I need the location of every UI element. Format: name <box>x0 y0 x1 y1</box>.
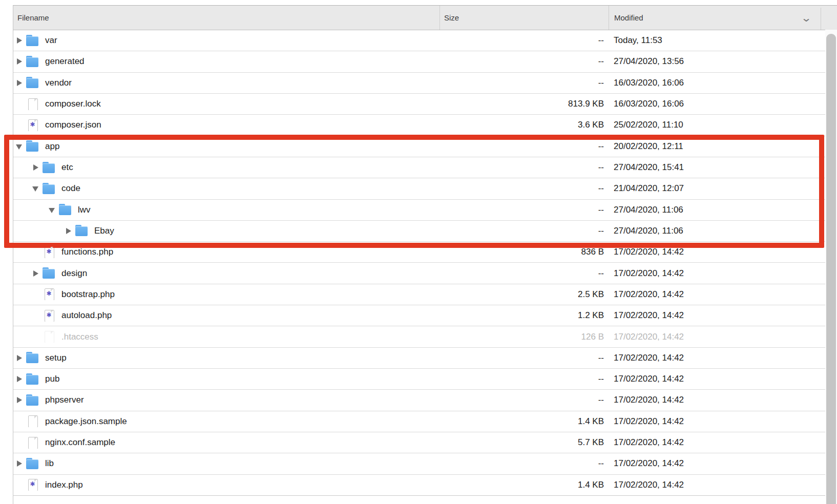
column-header-size[interactable]: Size <box>440 6 609 30</box>
filename-label: pub <box>45 374 59 384</box>
php-file-icon: ✱ <box>42 246 56 258</box>
size-value: 813.9 KB <box>440 99 609 109</box>
php-glyph: ✱ <box>45 290 53 297</box>
disclosure-spacer <box>15 100 24 108</box>
filename-label: generated <box>45 56 85 67</box>
folder-icon: ✱ <box>42 183 56 195</box>
modified-value: 17/02/2020, 14:42 <box>609 268 837 279</box>
table-row[interactable]: ✱ etc -- 27/04/2020, 15:41 <box>13 157 837 178</box>
table-row[interactable]: ✱ Ebay -- 27/04/2020, 11:06 <box>13 221 837 242</box>
disclosure-collapsed-icon[interactable] <box>15 36 24 45</box>
disclosure-collapsed-icon[interactable] <box>32 163 40 172</box>
header-divider <box>821 8 821 30</box>
filename-label: var <box>45 35 57 46</box>
modified-value: 17/02/2020, 14:42 <box>609 374 837 384</box>
table-row[interactable]: ✱ autoload.php 1.2 KB 17/02/2020, 14:42 <box>13 305 837 326</box>
filename-cell: ✱ design <box>13 267 440 279</box>
table-row[interactable]: ✱ setup -- 17/02/2020, 14:42 <box>13 348 837 369</box>
table-row[interactable]: ✱ nginx.conf.sample 5.7 KB 17/02/2020, 1… <box>13 432 837 453</box>
disclosure-expanded-icon[interactable] <box>32 184 40 193</box>
disclosure-spacer <box>15 481 24 489</box>
disclosure-collapsed-icon[interactable] <box>15 57 24 66</box>
disclosure-collapsed-icon[interactable] <box>32 269 40 278</box>
size-value: 5.7 KB <box>440 437 609 448</box>
disclosure-collapsed-icon[interactable] <box>15 375 24 383</box>
table-row[interactable]: ✱ composer.lock 813.9 KB 16/03/2020, 16:… <box>13 94 837 115</box>
modified-value: 17/02/2020, 14:42 <box>609 353 837 363</box>
size-value: 126 B <box>440 332 609 342</box>
filename-cell: ✱ autoload.php <box>13 310 440 322</box>
php-file-icon: ✱ <box>26 479 40 491</box>
document-icon: ✱ <box>26 415 40 427</box>
disclosure-expanded-icon[interactable] <box>48 206 56 214</box>
filename-cell: ✱ nginx.conf.sample <box>13 437 440 449</box>
disclosure-spacer <box>32 311 40 320</box>
disclosure-spacer <box>32 248 40 256</box>
modified-value: 27/04/2020, 15:41 <box>609 162 837 173</box>
modified-value: 16/03/2020, 16:06 <box>609 78 837 88</box>
size-value: -- <box>440 205 609 215</box>
filename-label: Ebay <box>94 226 114 236</box>
filename-cell: ✱ functions.php <box>13 246 440 258</box>
table-row[interactable]: ✱ code -- 21/04/2020, 12:07 <box>13 178 837 199</box>
filename-cell: ✱ setup <box>13 352 440 364</box>
filename-label: bootstrap.php <box>61 289 115 300</box>
filename-label: setup <box>45 353 67 363</box>
filename-cell: ✱ index.php <box>13 479 440 491</box>
disclosure-collapsed-icon[interactable] <box>15 354 24 362</box>
size-value: 1.2 KB <box>440 310 609 321</box>
vertical-scrollbar[interactable] <box>825 30 837 504</box>
folder-icon: ✱ <box>26 77 40 89</box>
filename-label: code <box>61 183 80 194</box>
disclosure-collapsed-icon[interactable] <box>15 79 24 87</box>
folder-icon: ✱ <box>75 225 89 237</box>
table-row[interactable]: ✱ var -- Today, 11:53 <box>13 30 837 51</box>
table-row[interactable]: ✱ functions.php 836 B 17/02/2020, 14:42 <box>13 242 837 263</box>
table-row[interactable]: ✱ pub -- 17/02/2020, 14:42 <box>13 369 837 390</box>
php-file-icon: ✱ <box>26 119 40 131</box>
size-value: -- <box>440 35 609 46</box>
modified-value: 17/02/2020, 14:42 <box>609 437 837 448</box>
folder-icon: ✱ <box>26 35 40 47</box>
disclosure-spacer <box>32 333 40 341</box>
disclosure-collapsed-icon[interactable] <box>65 227 73 235</box>
disclosure-expanded-icon[interactable] <box>15 142 24 151</box>
table-row[interactable]: ✱ bootstrap.php 2.5 KB 17/02/2020, 14:42 <box>13 284 837 305</box>
size-value: 836 B <box>440 247 609 257</box>
filename-cell: ✱ generated <box>13 56 440 68</box>
size-value: 3.6 KB <box>440 120 609 130</box>
filename-cell: ✱ composer.json <box>13 119 440 131</box>
table-row[interactable]: ✱ lwv -- 27/04/2020, 11:06 <box>13 200 837 221</box>
disclosure-collapsed-icon[interactable] <box>15 396 24 404</box>
disclosure-spacer <box>32 290 40 299</box>
table-row[interactable]: ✱ vendor -- 16/03/2020, 16:06 <box>13 73 837 94</box>
filename-label: etc <box>61 162 73 173</box>
column-header-filename[interactable]: Filename <box>13 6 440 30</box>
table-row[interactable]: ✱ lib -- 17/02/2020, 14:42 <box>13 453 837 474</box>
filename-cell: ✱ lib <box>13 458 440 470</box>
modified-value: 17/02/2020, 14:42 <box>609 247 837 257</box>
disclosure-collapsed-icon[interactable] <box>15 459 24 468</box>
size-value: -- <box>440 458 609 469</box>
table-row[interactable]: ✱ .htaccess 126 B 17/02/2020, 14:42 <box>13 326 837 347</box>
filename-cell: ✱ bootstrap.php <box>13 288 440 300</box>
table-row[interactable]: ✱ design -- 17/02/2020, 14:42 <box>13 263 837 284</box>
modified-value: Today, 11:53 <box>609 35 837 46</box>
table-row[interactable]: ✱ index.php 1.4 KB 17/02/2020, 14:42 <box>13 475 837 496</box>
size-value: 2.5 KB <box>440 289 609 300</box>
disclosure-spacer <box>15 417 24 426</box>
table-row[interactable]: ✱ phpserver -- 17/02/2020, 14:42 <box>13 390 837 411</box>
modified-value: 27/04/2020, 13:56 <box>609 56 837 67</box>
modified-value: 25/02/2020, 11:10 <box>609 120 837 130</box>
filename-label: lwv <box>78 205 91 215</box>
filename-label: nginx.conf.sample <box>45 437 115 448</box>
table-row[interactable]: ✱ generated -- 27/04/2020, 13:56 <box>13 51 837 72</box>
scrollbar-thumb[interactable] <box>826 34 836 504</box>
modified-value: 17/02/2020, 14:42 <box>609 332 837 342</box>
table-row[interactable]: ✱ composer.json 3.6 KB 25/02/2020, 11:10 <box>13 115 837 136</box>
modified-column-label: Modified <box>614 13 643 22</box>
table-row[interactable]: ✱ package.json.sample 1.4 KB 17/02/2020,… <box>13 411 837 432</box>
filename-cell: ✱ Ebay <box>13 225 440 237</box>
chevron-down-icon[interactable]: ⌄ <box>799 11 814 25</box>
table-row[interactable]: ✱ app -- 20/02/2020, 12:11 <box>13 136 837 157</box>
